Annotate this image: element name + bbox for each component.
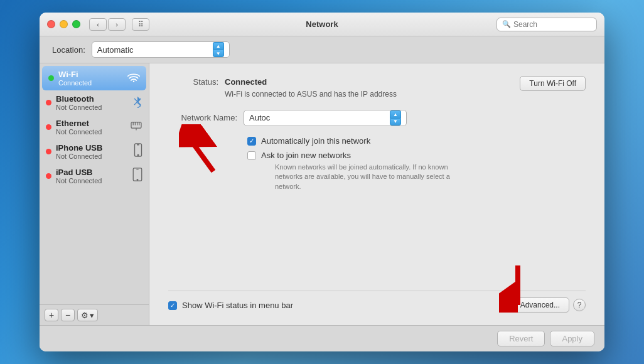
grid-button[interactable]: ⠿ — [132, 18, 149, 31]
network-stepper[interactable]: ▲ ▼ — [390, 110, 401, 126]
auto-join-label: Automatically join this network — [261, 136, 370, 146]
revert-button[interactable]: Revert — [497, 331, 545, 346]
back-button[interactable]: ‹ — [89, 18, 107, 31]
ipad-name: iPad USB — [56, 168, 132, 177]
titlebar: ‹ › ⠿ Network 🔍 — [40, 13, 604, 36]
location-value: Automatic — [97, 45, 210, 55]
ask-new-label: Ask to join new networks — [261, 151, 476, 160]
wifi-icon — [127, 72, 140, 85]
location-stepper[interactable]: ▲ ▼ — [213, 42, 224, 57]
bottom-row: ✓ Show Wi-Fi status in menu bar Advanced… — [168, 291, 586, 313]
network-name-select[interactable]: Autoc ▲ ▼ — [244, 110, 407, 126]
sidebar-list: Wi-Fi Connected — [40, 63, 149, 304]
bluetooth-status-dot — [46, 100, 51, 105]
add-button[interactable]: + — [45, 309, 58, 321]
traffic-lights — [47, 20, 80, 28]
sidebar: Wi-Fi Connected — [40, 63, 149, 325]
ask-new-checkbox[interactable] — [247, 151, 256, 160]
gear-arrow-icon: ▾ — [90, 311, 94, 320]
apply-button[interactable]: Apply — [550, 331, 594, 346]
network-stepper-down[interactable]: ▼ — [390, 118, 401, 126]
minimize-button[interactable] — [60, 20, 68, 28]
sidebar-item-iphone-usb[interactable]: iPhone USB Not Connected — [40, 139, 149, 164]
iphone-status: Not Connected — [56, 153, 134, 160]
gear-icon: ⚙ — [81, 311, 89, 320]
network-name-row: Network Name: Autoc ▲ ▼ — [168, 110, 586, 126]
iphone-name: iPhone USB — [56, 143, 134, 153]
sidebar-item-ipad-usb[interactable]: iPad USB Not Connected — [40, 164, 149, 188]
status-row: Status: Connected Wi-Fi is connected to … — [168, 76, 586, 100]
forward-button[interactable]: › — [108, 18, 126, 31]
auto-join-checkbox[interactable]: ✓ — [247, 137, 256, 146]
sidebar-item-ethernet[interactable]: Ethernet Not Connected — [40, 115, 149, 139]
ethernet-icon — [130, 121, 142, 134]
svg-point-0 — [133, 80, 135, 82]
nav-buttons: ‹ › — [89, 18, 126, 31]
iphone-status-dot — [46, 149, 51, 154]
turn-wifi-off-button[interactable]: Turn Wi-Fi Off — [520, 76, 586, 91]
detail-panel: Status: Connected Wi-Fi is connected to … — [149, 63, 604, 325]
show-wifi-row: ✓ Show Wi-Fi status in menu bar — [168, 301, 293, 310]
sidebar-item-wifi[interactable]: Wi-Fi Connected — [42, 66, 146, 90]
status-label: Status: — [168, 77, 218, 87]
advanced-button[interactable]: Advanced... — [511, 297, 569, 313]
ethernet-status-dot — [46, 124, 51, 130]
search-input[interactable] — [513, 20, 591, 29]
ipad-status: Not Connected — [56, 177, 132, 185]
bluetooth-name: Bluetooth — [56, 94, 132, 104]
svg-point-9 — [137, 154, 139, 156]
wifi-name: Wi-Fi — [58, 70, 127, 79]
checkboxes-group: ✓ Automatically join this network Ask to… — [247, 136, 586, 191]
search-icon: 🔍 — [502, 20, 511, 28]
bluetooth-icon — [132, 95, 142, 110]
ask-new-desc: Known networks will be joined automatica… — [275, 163, 476, 191]
ethernet-status: Not Connected — [56, 128, 130, 136]
sidebar-item-bluetooth[interactable]: Bluetooth Not Connected — [40, 90, 149, 115]
bluetooth-status: Not Connected — [56, 104, 132, 111]
stepper-up[interactable]: ▲ — [213, 42, 224, 50]
status-description: Wi-Fi is connected to ASUS and has the I… — [225, 89, 513, 100]
gear-menu-button[interactable]: ⚙ ▾ — [77, 309, 98, 321]
window-footer: Revert Apply — [40, 325, 604, 351]
status-content: Connected Wi-Fi is connected to ASUS and… — [225, 76, 513, 100]
network-stepper-up[interactable]: ▲ — [390, 110, 401, 118]
remove-button[interactable]: − — [61, 309, 75, 321]
search-bar[interactable]: 🔍 — [496, 18, 597, 31]
window-title: Network — [306, 19, 338, 29]
location-select[interactable]: Automatic ▲ ▼ — [92, 41, 230, 58]
location-label: Location: — [52, 45, 85, 55]
iphone-icon — [134, 143, 142, 160]
wifi-status: Connected — [58, 79, 127, 87]
sidebar-footer: + − ⚙ ▾ — [40, 304, 149, 325]
help-button[interactable]: ? — [573, 299, 586, 311]
close-button[interactable] — [47, 20, 55, 28]
network-name-label: Network Name: — [168, 113, 237, 122]
svg-point-12 — [137, 179, 138, 181]
show-wifi-label: Show Wi-Fi status in menu bar — [182, 301, 293, 310]
status-connected-value: Connected — [225, 77, 267, 87]
show-wifi-checkbox[interactable]: ✓ — [168, 301, 177, 310]
location-bar: Location: Automatic ▲ ▼ — [40, 36, 604, 63]
ipad-icon — [132, 168, 142, 185]
wifi-status-dot — [48, 75, 54, 81]
stepper-down[interactable]: ▼ — [213, 50, 224, 57]
ipad-status-dot — [46, 173, 51, 179]
svg-rect-1 — [131, 122, 141, 128]
ask-new-row: Ask to join new networks Known networks … — [247, 151, 586, 191]
maximize-button[interactable] — [72, 20, 80, 28]
auto-join-row: ✓ Automatically join this network — [247, 136, 586, 146]
ethernet-name: Ethernet — [56, 119, 130, 128]
network-name-value: Autoc — [249, 113, 387, 122]
main-content: Wi-Fi Connected — [40, 63, 604, 325]
